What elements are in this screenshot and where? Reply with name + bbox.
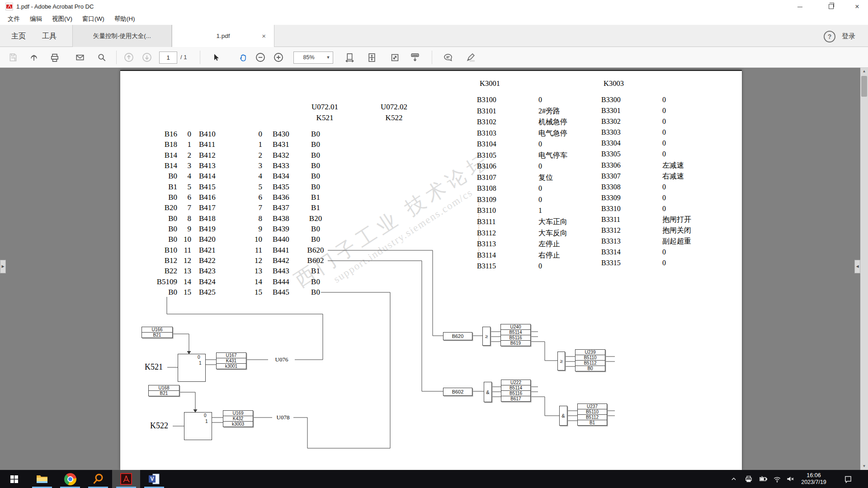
fit-page-button[interactable]	[364, 50, 379, 65]
and-gate: &	[484, 382, 492, 402]
menu-item[interactable]: 帮助(H)	[109, 13, 140, 25]
block-row: B0	[576, 366, 605, 371]
hand-tool-button[interactable]	[236, 50, 250, 65]
close-button[interactable]: ×	[847, 0, 868, 13]
block-row: B5112	[576, 360, 605, 366]
tab-home[interactable]: 主页	[4, 25, 33, 47]
scroll-down-arrow[interactable]: ▼	[860, 463, 868, 470]
taskbar-clock[interactable]: 16:06 2023/7/19	[793, 470, 835, 488]
menu-item[interactable]: 窗口(W)	[77, 13, 109, 25]
help-icon[interactable]: ?	[824, 31, 835, 42]
signal-b620: B620	[443, 332, 472, 340]
document-tab-vector-control[interactable]: 矢量控制-使用大全(...	[72, 25, 172, 47]
highlight-icon	[465, 52, 476, 63]
block-row: U239	[576, 350, 605, 355]
menu-item[interactable]: 编辑	[25, 13, 47, 25]
chrome-icon	[64, 473, 76, 485]
select-tool-button[interactable]	[209, 50, 223, 65]
block-row: B617	[501, 396, 530, 401]
block-row: B21	[142, 332, 172, 338]
k522-label: K522	[150, 421, 168, 431]
start-button[interactable]	[0, 470, 28, 488]
block-u166: U166B21	[142, 327, 173, 338]
case-1-label: 1	[205, 419, 208, 424]
block-row: U168	[149, 385, 179, 390]
scrollbar-thumb[interactable]	[861, 76, 867, 97]
share-upload-button[interactable]	[27, 50, 41, 65]
fit-width-button[interactable]	[342, 50, 357, 65]
zoom-level-input[interactable]: 85%	[293, 52, 324, 64]
action-center-icon	[844, 474, 853, 483]
selector-switch-k522	[184, 412, 212, 440]
clock-date: 2023/7/19	[793, 479, 835, 486]
hide-toolbar-button[interactable]	[408, 50, 422, 65]
scroll-up-arrow[interactable]: ▲	[860, 68, 868, 75]
previous-page-button[interactable]	[122, 50, 136, 65]
toolbar-separator	[200, 51, 200, 64]
action-center-button[interactable]	[839, 470, 857, 488]
page-number-input[interactable]: 1	[159, 52, 177, 64]
tab-tools[interactable]: 工具	[34, 25, 64, 47]
fullscreen-icon	[390, 52, 400, 63]
fullscreen-button[interactable]	[387, 50, 402, 65]
search-icon	[97, 52, 107, 62]
save-button[interactable]	[6, 50, 20, 65]
block-row: B5114	[501, 329, 530, 335]
battery-icon	[758, 474, 768, 483]
select-tool-icon	[212, 53, 221, 62]
hide-toolbar-icon	[410, 52, 420, 63]
acrobat-icon	[120, 473, 132, 485]
highlight-button[interactable]	[463, 50, 478, 65]
tray-wifi-button[interactable]	[770, 470, 784, 488]
tray-expand-button[interactable]	[726, 470, 741, 488]
window-title: 1.pdf - Adobe Acrobat Pro DC	[16, 0, 94, 13]
block-row: U167	[217, 353, 246, 358]
visio-button[interactable]: V	[140, 470, 168, 488]
windows-logo-icon	[10, 475, 18, 483]
search-button[interactable]	[94, 50, 109, 65]
comment-button[interactable]	[441, 50, 455, 65]
zoom-in-button[interactable]	[271, 50, 286, 65]
block-u237: U237B5110B5112B1	[577, 404, 607, 426]
print-icon	[50, 52, 60, 62]
search-app-button[interactable]	[84, 470, 112, 488]
menu-item[interactable]: 视图(V)	[47, 13, 77, 25]
taskbar: V 16:06 2023/	[0, 470, 868, 488]
acrobat-button-active[interactable]	[112, 470, 140, 488]
pdf-page: 西门子工业 技术论坛 support.industry.siemens.com/…	[120, 70, 742, 470]
zoom-out-button[interactable]	[253, 50, 268, 65]
file-explorer-button[interactable]	[28, 470, 56, 488]
block-u222: U222B5114B5116B617	[501, 380, 531, 402]
fit-width-icon	[344, 52, 355, 63]
document-tab-1pdf[interactable]: 1.pdf ×	[172, 25, 274, 47]
case-0-label: 0	[204, 413, 207, 418]
block-row: B5114	[501, 385, 530, 390]
chrome-button[interactable]	[56, 470, 84, 488]
block-row: U169	[223, 411, 253, 416]
acrobat-file-icon	[5, 3, 13, 10]
next-page-button[interactable]	[140, 50, 154, 65]
restore-button[interactable]	[821, 0, 841, 13]
sign-in-button[interactable]: 登录	[842, 25, 855, 47]
tools-pane-expand-handle[interactable]: ◀	[854, 260, 860, 273]
nav-pane-expand-handle[interactable]: ▶	[0, 260, 6, 273]
menu-item[interactable]: 文件	[3, 13, 25, 25]
fit-page-icon	[367, 52, 377, 63]
email-button[interactable]	[73, 50, 87, 65]
print-button[interactable]	[47, 50, 62, 65]
net-u076-label: U076	[269, 356, 294, 363]
svg-text:V: V	[150, 476, 154, 482]
title-bar: 1.pdf - Adobe Acrobat Pro DC ×	[0, 0, 868, 14]
minimize-button[interactable]	[789, 0, 810, 13]
tray-printer-button[interactable]	[741, 470, 756, 488]
block-row: U237	[578, 404, 607, 409]
vertical-scrollbar[interactable]: ▲ ▼	[860, 68, 868, 470]
toolbar-separator	[432, 51, 432, 64]
tab-bar: 主页 工具 矢量控制-使用大全(... 1.pdf × ? 登录	[0, 25, 868, 47]
block-u167: U167K431k3001	[216, 352, 246, 369]
tab-close-icon[interactable]: ×	[262, 25, 266, 47]
block-row: U166	[142, 327, 172, 332]
page-total-label: / 1	[180, 52, 187, 63]
zoom-dropdown-arrow[interactable]: ▼	[324, 52, 333, 64]
tray-battery-button[interactable]	[756, 470, 770, 488]
